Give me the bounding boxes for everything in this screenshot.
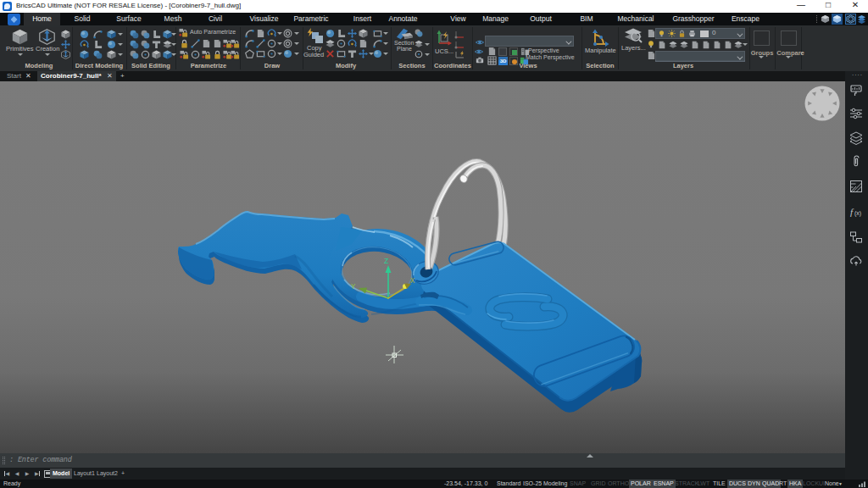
svg-text:(x): (x)	[854, 210, 861, 217]
svg-text:X: X	[410, 277, 415, 286]
svg-text:Z: Z	[384, 258, 389, 266]
svg-text:Y: Y	[351, 283, 356, 291]
